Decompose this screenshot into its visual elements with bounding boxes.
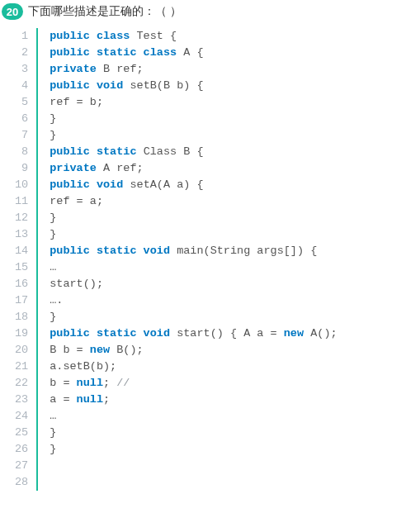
code-line: a.setB(b); [50,359,337,375]
question-number-badge: 20 [2,3,23,20]
code-line: start(); [50,276,337,292]
line-number: 7 [15,127,28,144]
code-line: ref = b; [50,94,337,111]
code-line: public static Class B { [50,144,337,160]
code-line: private A ref; [50,160,337,177]
line-number: 24 [15,408,28,425]
line-number: 17 [15,292,28,309]
line-number: 23 [15,392,28,408]
code-line: public static class A { [50,45,337,61]
code-line: private B ref; [50,61,337,78]
code-block: 1234567891011121314151617181920212223242… [0,26,420,496]
line-number: 26 [15,441,28,458]
code-line: public class Test { [50,28,337,45]
line-number: 21 [15,359,28,375]
line-number: 19 [15,325,28,342]
line-number: 2 [15,45,28,61]
line-number: 20 [15,342,28,359]
code-line: public static void start() { A a = new A… [50,325,337,342]
line-number: 1 [15,28,28,45]
line-number: 22 [15,375,28,392]
line-number: 25 [15,425,28,441]
code-line: } [50,111,337,127]
code-line: } [50,226,337,243]
line-number: 4 [15,78,28,94]
code-line: } [50,210,337,226]
line-number: 16 [15,276,28,292]
code-line: ref = a; [50,193,337,210]
line-number: 3 [15,61,28,78]
code-line [50,458,337,474]
line-number: 8 [15,144,28,160]
code-line: …. [50,292,337,309]
question-text: 下面哪些描述是正确的：（ ） [28,4,182,19]
line-number: 6 [15,111,28,127]
line-number: 13 [15,226,28,243]
line-number: 9 [15,160,28,177]
code-line: B b = new B(); [50,342,337,359]
line-number: 5 [15,94,28,111]
code-line: … [50,259,337,276]
line-number: 14 [15,243,28,259]
line-number-gutter: 1234567891011121314151617181920212223242… [15,28,38,491]
code-line: public void setB(B b) { [50,78,337,94]
line-number: 18 [15,309,28,325]
code-line: } [50,425,337,441]
question-header: 20 下面哪些描述是正确的：（ ） [0,0,420,26]
line-number: 10 [15,177,28,193]
line-number: 27 [15,458,28,474]
line-number: 28 [15,474,28,491]
code-content: public class Test {public static class A… [38,28,337,491]
code-line: … [50,408,337,425]
code-line: } [50,309,337,325]
code-line: b = null; // [50,375,337,392]
line-number: 15 [15,259,28,276]
code-line: a = null; [50,392,337,408]
line-number: 12 [15,210,28,226]
code-line: } [50,127,337,144]
code-line: } [50,441,337,458]
line-number: 11 [15,193,28,210]
code-line [50,474,337,491]
code-line: public static void main(String args[]) { [50,243,337,259]
code-line: public void setA(A a) { [50,177,337,193]
